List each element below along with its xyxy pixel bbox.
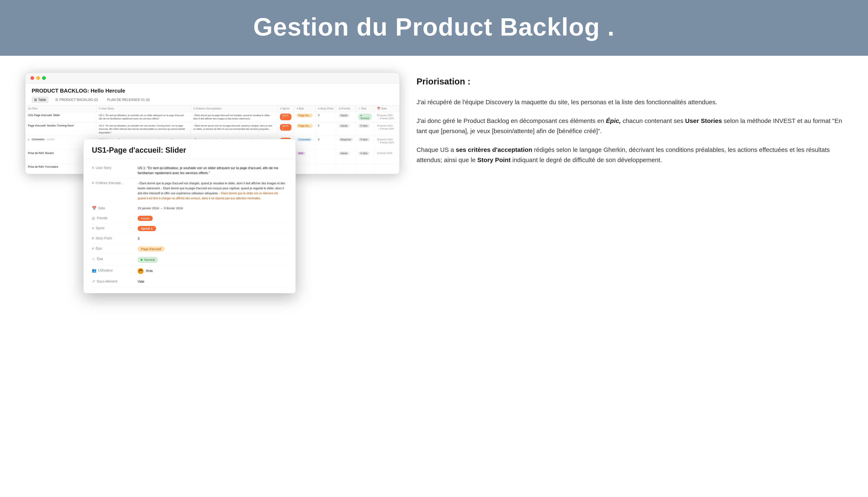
list-icon: ☰	[55, 98, 58, 102]
detail-header: US1-Page d'accueil: Slider	[83, 139, 295, 159]
col-header-etat: ☆ État	[356, 105, 374, 112]
col-header-sp: # Story Point	[315, 105, 336, 112]
col-header-sprint: ≡ Sprint	[277, 105, 294, 112]
detail-row-criteria: ≡ Critères d'accept... - Étant donné que…	[92, 178, 287, 203]
page-title: Gestion du Product Backlog .	[17, 13, 851, 41]
sp-bold-label: Story Point	[477, 156, 511, 163]
us-label: User Stories	[685, 117, 722, 124]
detail-row-sprint: ≡ Sprint Sprint 1	[92, 224, 287, 234]
detail-value-us: US 1: "En tant qu'utilisateur, je souhai…	[138, 166, 287, 175]
detail-row-priorite: ◎ Priorité Haute	[92, 213, 287, 224]
criteria-bold-label: ses critères d'acceptation	[456, 146, 532, 153]
close-dot[interactable]	[30, 76, 34, 80]
section-priorisation-title: Priorisation :	[416, 76, 843, 87]
etat-badge: Terminé	[138, 257, 158, 263]
col-header-epic: ≡ Épic	[294, 105, 315, 112]
detail-value-date: 29 janvier 2024 → 9 février 2024	[138, 206, 287, 211]
user-icon: 👥	[92, 268, 96, 273]
paragraph-3: Chaque US a ses critères d'acceptation r…	[416, 145, 843, 165]
user-story-icon: ≡	[92, 166, 94, 170]
window-top-bar	[25, 73, 399, 83]
detail-label-date: 📅 Date	[92, 206, 134, 211]
detail-row-epic: ≡ Épic Page d'accueil	[92, 244, 287, 254]
maximize-dot[interactable]	[42, 76, 46, 80]
detail-value-etat: Terminé	[138, 257, 287, 263]
detail-row-date: 📅 Date 29 janvier 2024 → 9 février 2024	[92, 203, 287, 213]
detail-value-sous: Vide	[138, 279, 287, 284]
detail-row-user: 👥 Utilisateur 🧑 Ania	[92, 266, 287, 277]
notion-db-title: PRODUCT BACKLOG: Hello Hercule	[32, 88, 393, 94]
page-header: Gestion du Product Backlog .	[0, 0, 868, 56]
detail-value-priorite: Haute	[138, 216, 287, 221]
detail-label-epic: ≡ Épic	[92, 246, 134, 251]
col-header-prio: ◎ Priorité	[336, 105, 356, 112]
detail-label-user: 👥 Utilisateur	[92, 268, 134, 273]
paragraph-2: J'ai donc géré le Product Backlog en déc…	[416, 116, 843, 136]
detail-value-criteria: - Étant donné que la page d'accueil est …	[138, 181, 287, 201]
priorite-badge: Haute	[138, 216, 153, 221]
tab-table[interactable]: ⊞ Table	[32, 97, 49, 103]
detail-label-criteria: ≡ Critères d'accept...	[92, 181, 134, 185]
detail-label-us: ≡ User Story	[92, 166, 134, 170]
detail-row-sp: # Story Point 3	[92, 234, 287, 244]
etat-icon: ☆	[92, 257, 95, 261]
epic-label: Épic,	[606, 117, 621, 124]
detail-title: US1-Page d'accueil: Slider	[92, 146, 287, 155]
sp-icon: #	[92, 236, 94, 241]
notion-tabs: ⊞ Table ☰ PRODUCT BACKLOG (2) PLAN DE RE…	[32, 97, 393, 103]
sous-element-icon: ↗	[92, 279, 95, 284]
minimize-dot[interactable]	[36, 76, 40, 80]
detail-value-epic: Page d'accueil	[138, 246, 287, 252]
table-icon: ⊞	[34, 98, 37, 102]
detail-label-sprint: ≡ Sprint	[92, 226, 134, 230]
table-row[interactable]: Page d'accueil: Section 'Coming Soon' US…	[25, 122, 399, 136]
detail-row-us: ≡ User Story US 1: "En tant qu'utilisate…	[92, 163, 287, 178]
tab-releases[interactable]: PLAN DE RELEASES V1 (3)	[105, 97, 152, 103]
detail-label-sous: ↗ Sous-élément	[92, 279, 134, 284]
epic-icon: ≡	[92, 246, 94, 251]
col-header-criteria: ≡ Critères d'acceptation	[191, 105, 277, 112]
left-panel: PRODUCT BACKLOG: Hello Hercule ⊞ Table ☰…	[25, 72, 400, 174]
table-row[interactable]: US1-Page d'accueil: Slider US 1: "En tan…	[25, 112, 399, 122]
detail-modal: US1-Page d'accueil: Slider ≡ User Story …	[83, 139, 296, 293]
priority-icon: ◎	[92, 216, 95, 221]
tab-backlog[interactable]: ☰ PRODUCT BACKLOG (2)	[53, 97, 100, 103]
status-dot	[141, 259, 143, 261]
detail-label-priorite: ◎ Priorité	[92, 216, 134, 221]
col-header-date: 📅 Date	[374, 105, 399, 112]
epic-badge: Page d'accueil	[138, 246, 165, 252]
detail-value-sprint: Sprint 1	[138, 226, 287, 231]
detail-body: ≡ User Story US 1: "En tant qu'utilisate…	[83, 159, 295, 293]
col-header-titre: Aa Titre	[25, 105, 96, 112]
notion-header: PRODUCT BACKLOG: Hello Hercule ⊞ Table ☰…	[25, 83, 399, 105]
paragraph-1: J'ai récupéré de l'équipe Discovery la m…	[416, 97, 843, 107]
detail-value-user: 🧑 Ania	[138, 268, 287, 274]
sprint-icon: ≡	[92, 226, 94, 230]
main-content: PRODUCT BACKLOG: Hello Hercule ⊞ Table ☰…	[0, 56, 868, 191]
avatar: 🧑	[138, 268, 143, 274]
detail-label-etat: ☆ État	[92, 257, 134, 261]
right-panel: Priorisation : J'ai récupéré de l'équipe…	[416, 72, 843, 173]
date-icon: 📅	[92, 206, 96, 211]
detail-row-sous: ↗ Sous-élément Vide	[92, 277, 287, 287]
detail-row-etat: ☆ État Terminé	[92, 254, 287, 266]
detail-label-sp: # Story Point	[92, 236, 134, 241]
col-header-story: ≡ User Story	[96, 105, 191, 112]
criteria-icon: ≡	[92, 181, 94, 185]
detail-value-sp: 3	[138, 236, 287, 241]
sprint-badge: Sprint 1	[138, 226, 156, 231]
